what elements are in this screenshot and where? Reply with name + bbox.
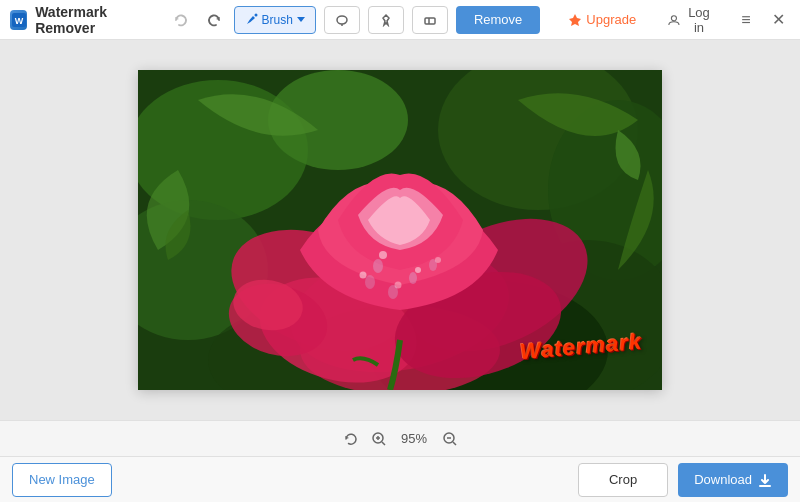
svg-point-29 (409, 272, 417, 284)
image-container: Watermark (138, 70, 662, 390)
app-title: Watermark Remover (35, 4, 151, 36)
redo-button[interactable] (202, 6, 226, 34)
app-logo: W (10, 10, 27, 30)
svg-point-2 (254, 14, 257, 17)
svg-text:W: W (14, 16, 23, 26)
svg-point-24 (415, 267, 421, 273)
menu-button[interactable]: ≡ (734, 6, 758, 34)
remove-button[interactable]: Remove (456, 6, 540, 34)
svg-rect-5 (425, 18, 435, 24)
svg-point-3 (337, 16, 347, 24)
eraser-tool-button[interactable] (412, 6, 448, 34)
svg-point-7 (672, 15, 677, 20)
svg-point-27 (360, 272, 367, 279)
crop-button[interactable]: Crop (578, 463, 668, 497)
brush-tool-button[interactable]: Brush (234, 6, 316, 34)
zoom-in-icon[interactable] (369, 429, 389, 449)
main-canvas: Watermark (0, 40, 800, 420)
close-button[interactable]: ✕ (766, 6, 790, 34)
action-bar: New Image Crop Download (0, 456, 800, 502)
svg-line-41 (453, 442, 456, 445)
lasso-tool-button[interactable] (324, 6, 360, 34)
svg-point-31 (429, 259, 437, 271)
undo-button[interactable] (169, 6, 193, 34)
svg-line-38 (382, 442, 385, 445)
svg-point-28 (373, 259, 383, 273)
svg-point-23 (379, 251, 387, 259)
zoom-reset-icon[interactable] (341, 429, 361, 449)
action-right: Crop Download (578, 463, 788, 497)
login-button[interactable]: Log in (656, 6, 726, 34)
svg-point-32 (365, 275, 375, 289)
new-image-button[interactable]: New Image (12, 463, 112, 497)
download-button[interactable]: Download (678, 463, 788, 497)
svg-point-30 (388, 285, 398, 299)
pin-tool-button[interactable] (368, 6, 404, 34)
zoom-out-icon[interactable] (440, 429, 460, 449)
zoom-bar: 95% (0, 420, 800, 456)
zoom-value: 95% (397, 431, 432, 446)
title-bar: W Watermark Remover Brush (0, 0, 800, 40)
upgrade-button[interactable]: Upgrade (556, 6, 648, 34)
